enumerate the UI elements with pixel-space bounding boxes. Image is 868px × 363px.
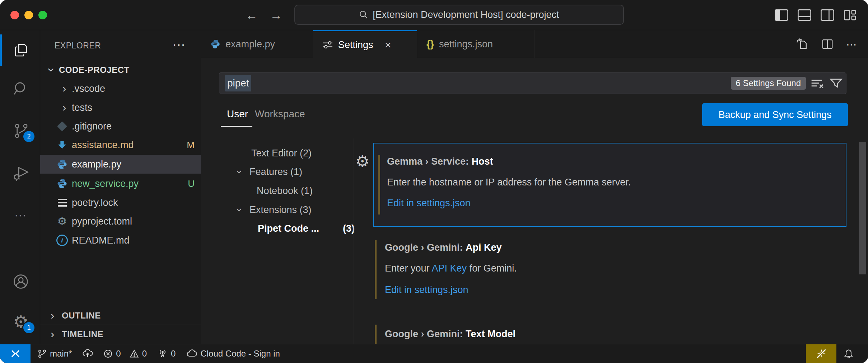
toc-features[interactable]: › Features (1) [201, 162, 354, 181]
ports-item[interactable]: 0 [158, 349, 176, 359]
info-icon: i [56, 235, 68, 246]
file-name: README.md [72, 231, 130, 250]
close-icon[interactable]: × [385, 38, 392, 52]
toc-pipet-code[interactable]: Pipet Code ... (3) [201, 219, 354, 238]
cloud-code-item[interactable]: Cloud Code - Sign in [186, 349, 280, 359]
timeline-label: TIMELINE [62, 325, 103, 344]
git-file-icon [56, 121, 68, 132]
scope-tab-user[interactable]: User [227, 104, 248, 124]
tab-settings[interactable]: Settings × [313, 30, 417, 58]
window-title: [Extension Development Host] code-projec… [373, 9, 559, 20]
more-actions-icon[interactable]: ⋯ [846, 38, 858, 51]
explorer-icon[interactable] [12, 42, 29, 59]
notifications-bell-icon[interactable] [839, 344, 858, 363]
edit-in-settings-json-link[interactable]: Edit in settings.json [387, 197, 471, 209]
setting-google-gemini-text-model[interactable]: Google › Gemini: Text Model [373, 325, 846, 344]
root-folder-label: CODE-PROJECT [59, 61, 130, 79]
modified-indicator [375, 325, 377, 344]
chevron-down-icon: › [231, 205, 249, 214]
setting-category: Gemma › Service: [387, 156, 472, 167]
explorer-title: EXPLORER [55, 37, 101, 54]
sync-changes-item[interactable] [83, 349, 93, 358]
tab-settings-json[interactable]: {} settings.json [417, 30, 535, 58]
customize-layout-icon[interactable] [843, 9, 857, 21]
tree-item-example-py[interactable]: example.py [40, 155, 201, 174]
forward-icon[interactable]: → [270, 8, 282, 22]
tree-item-tests[interactable]: › tests [40, 98, 201, 117]
setting-name: Api Key [466, 242, 502, 253]
warning-count: 0 [142, 349, 147, 359]
chevron-down-icon: › [231, 167, 249, 176]
tree-item-gitignore[interactable]: .gitignore [40, 117, 201, 136]
modified-indicator [378, 155, 380, 214]
outline-section-header[interactable]: › OUTLINE [40, 306, 201, 325]
git-status-badge: U [188, 174, 195, 193]
chevron-right-icon: › [60, 98, 69, 116]
toggle-secondary-sidebar-icon[interactable] [821, 9, 834, 21]
folder-name: .vscode [72, 79, 105, 98]
toggle-primary-sidebar-icon[interactable] [775, 9, 788, 21]
setting-name: Text Model [466, 329, 515, 339]
toggle-panel-icon[interactable] [798, 9, 811, 21]
settings-search-input[interactable]: pipet 6 Settings Found [219, 72, 846, 94]
run-debug-icon[interactable] [12, 164, 29, 182]
remote-indicator[interactable] [0, 344, 31, 363]
split-editor-icon[interactable] [821, 38, 834, 51]
outline-label: OUTLINE [62, 306, 101, 325]
assist-disabled-item[interactable] [806, 344, 836, 363]
setting-google-gemini-api-key[interactable]: Google › Gemini: Api Key Enter your API … [373, 236, 846, 319]
setting-actions-gear-icon[interactable]: ⚙ [355, 152, 369, 170]
explorer-sidebar: EXPLORER ⋯ › CODE-PROJECT › .vscode › te… [40, 30, 201, 344]
setting-name: Host [472, 156, 493, 167]
problems-item[interactable]: 0 0 [103, 349, 147, 359]
toc-text-editor[interactable]: Text Editor (2) [201, 144, 354, 162]
setting-category: Google › Gemini: [385, 329, 466, 339]
source-control-badge: 2 [22, 130, 36, 143]
chevron-right-icon: › [60, 79, 69, 97]
toml-gear-icon: ⚙ [56, 216, 68, 227]
accounts-icon[interactable] [12, 273, 29, 290]
toc-extensions[interactable]: › Extensions (3) [201, 201, 354, 219]
file-name: .gitignore [72, 117, 112, 136]
open-settings-json-icon[interactable] [796, 38, 809, 51]
toc-notebook[interactable]: Notebook (1) [201, 182, 354, 200]
tree-item-vscode[interactable]: › .vscode [40, 79, 201, 98]
json-braces-icon: {} [426, 39, 434, 50]
tree-item-pyproject-toml[interactable]: ⚙ pyproject.toml [40, 212, 201, 231]
explorer-more-actions-icon[interactable]: ⋯ [172, 37, 186, 54]
tree-item-readme-md[interactable]: i README.md [40, 231, 201, 250]
scope-tab-workspace[interactable]: Workspace [255, 104, 305, 124]
timeline-section-header[interactable]: › TIMELINE [40, 325, 201, 344]
inline-link[interactable]: API Key [432, 263, 467, 274]
filter-icon[interactable] [830, 78, 843, 89]
file-name: pyproject.toml [72, 212, 132, 231]
back-icon[interactable]: ← [246, 8, 258, 22]
tree-item-poetry-lock[interactable]: poetry.lock [40, 193, 201, 212]
file-name: poetry.lock [72, 193, 118, 212]
file-name: assistance.md [72, 136, 134, 154]
tree-item-assistance-md[interactable]: assistance.md M [40, 136, 201, 154]
traffic-light-zoom[interactable] [38, 11, 47, 19]
clear-search-icon[interactable] [810, 78, 825, 89]
setting-gemma-service-host[interactable]: Gemma › Service: Host Enter the hostname… [373, 143, 846, 227]
branch-name: main* [50, 349, 72, 359]
search-icon[interactable] [12, 80, 29, 98]
branch-status-item[interactable]: main* [37, 349, 72, 359]
scrollbar-thumb[interactable] [859, 142, 866, 274]
editor-actions: ⋯ [796, 30, 858, 58]
backup-sync-button[interactable]: Backup and Sync Settings [702, 103, 848, 126]
markdown-file-icon [56, 139, 68, 151]
command-center[interactable]: [Extension Development Host] code-projec… [294, 5, 624, 25]
git-status-badge: M [187, 136, 195, 154]
traffic-light-minimize[interactable] [24, 11, 33, 19]
traffic-light-close[interactable] [10, 11, 19, 19]
edit-in-settings-json-link[interactable]: Edit in settings.json [385, 284, 468, 296]
tree-root-row[interactable]: › CODE-PROJECT [40, 61, 201, 79]
search-query-text: pipet [225, 75, 251, 91]
error-count: 0 [116, 349, 121, 359]
more-views-icon[interactable]: ⋯ [12, 207, 29, 224]
results-count-badge: 6 Settings Found [731, 77, 806, 90]
tree-item-new-service-py[interactable]: new_service.py U [40, 174, 201, 193]
vscode-window: ← → [Extension Development Host] code-pr… [0, 0, 868, 363]
tab-example-py[interactable]: example.py [201, 30, 313, 58]
